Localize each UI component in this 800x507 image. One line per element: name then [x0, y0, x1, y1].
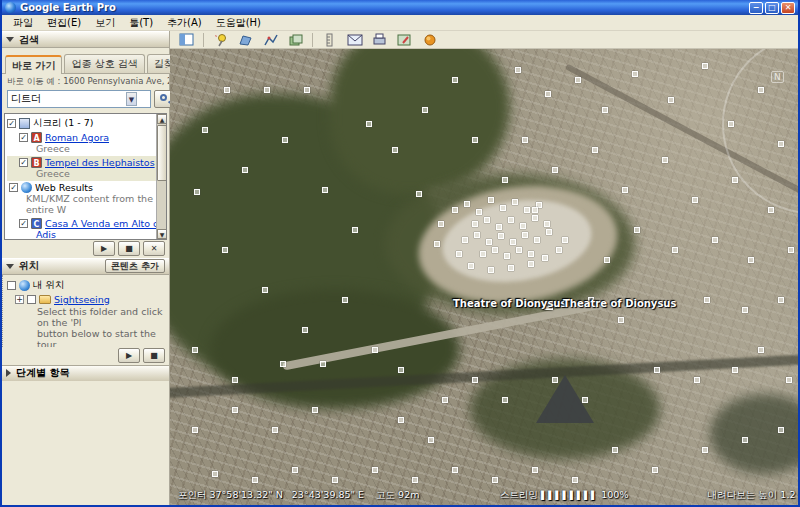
- photo-placemark-icon[interactable]: [398, 417, 404, 423]
- menu-file[interactable]: 파일: [6, 15, 40, 31]
- photo-placemark-icon[interactable]: [508, 217, 514, 223]
- add-path-icon[interactable]: [262, 32, 279, 47]
- photo-placemark-icon[interactable]: [232, 377, 238, 383]
- photo-placemark-icon[interactable]: [194, 189, 200, 195]
- photo-placemark-icon[interactable]: [768, 207, 774, 213]
- photo-placemark-icon[interactable]: [372, 347, 378, 353]
- photo-placemark-icon[interactable]: [416, 191, 422, 197]
- photo-placemark-icon[interactable]: [320, 361, 326, 367]
- photo-placemark-icon[interactable]: [532, 207, 538, 213]
- result-item-c[interactable]: ✓ C Casa A Venda em Alto o (Nom Adis 3 q…: [7, 217, 156, 239]
- scroll-down-icon[interactable]: ▼: [157, 229, 167, 239]
- photo-placemark-icon[interactable]: [222, 247, 228, 253]
- menu-help[interactable]: 도움말(H): [209, 15, 268, 31]
- photo-placemark-icon[interactable]: [438, 221, 444, 227]
- photo-placemark-icon[interactable]: [472, 377, 478, 383]
- photo-placemark-icon[interactable]: [622, 187, 628, 193]
- photo-placemark-icon[interactable]: [510, 239, 516, 245]
- photo-placemark-icon[interactable]: [462, 237, 468, 243]
- photo-placemark-icon[interactable]: [302, 327, 308, 333]
- result-item-b[interactable]: ✓ B Tempel des Hephaistos Greece: [7, 156, 156, 181]
- stop-tour-button[interactable]: ■: [118, 241, 140, 256]
- title-bar[interactable]: Google Earth Pro − □ ✕: [2, 0, 798, 15]
- photo-placemark-icon[interactable]: [472, 221, 478, 227]
- web-results-row[interactable]: ✓ Web Results KML/KMZ content from the e…: [7, 181, 156, 217]
- photo-placemark-icon[interactable]: [508, 265, 514, 271]
- photo-placemark-icon[interactable]: [464, 201, 470, 207]
- photo-placemark-icon[interactable]: [484, 217, 490, 223]
- navigation-compass-ring[interactable]: [722, 49, 798, 214]
- photo-placemark-icon[interactable]: [778, 427, 784, 433]
- photo-placemark-icon[interactable]: [500, 205, 506, 211]
- places-panel-header[interactable]: 위치 콘텐츠 추가: [2, 258, 169, 275]
- photo-placemark-icon[interactable]: [544, 221, 550, 227]
- photo-placemark-icon[interactable]: [778, 297, 784, 303]
- photo-placemark-icon[interactable]: [522, 232, 528, 238]
- photo-placemark-icon[interactable]: [732, 367, 738, 373]
- tab-find-businesses[interactable]: 업종 상호 검색: [64, 54, 144, 73]
- photo-placemark-icon[interactable]: [516, 247, 522, 253]
- result-link[interactable]: Casa A Venda em Alto o (Nom: [45, 218, 156, 229]
- sun-icon[interactable]: [421, 32, 438, 47]
- minimize-button[interactable]: −: [749, 2, 763, 14]
- checkbox-checked[interactable]: ✓: [19, 219, 28, 228]
- photo-placemark-icon[interactable]: [748, 257, 754, 263]
- expand-icon[interactable]: +: [15, 295, 24, 304]
- add-image-overlay-icon[interactable]: [287, 32, 304, 47]
- photo-placemark-icon[interactable]: [758, 347, 764, 353]
- photo-placemark-icon[interactable]: [456, 251, 462, 257]
- checkbox-checked[interactable]: ✓: [19, 133, 28, 142]
- photo-placemark-icon[interactable]: [692, 197, 698, 203]
- photo-placemark-icon[interactable]: [742, 437, 748, 443]
- photo-placemark-icon[interactable]: [732, 177, 738, 183]
- photo-placemark-icon[interactable]: [498, 233, 504, 239]
- photo-placemark-icon[interactable]: [452, 207, 458, 213]
- result-link[interactable]: Tempel des Hephaistos: [45, 157, 155, 168]
- photo-placemark-icon[interactable]: [352, 227, 358, 233]
- close-button[interactable]: ✕: [781, 2, 795, 14]
- photo-placemark-icon[interactable]: [366, 121, 372, 127]
- photo-placemark-icon[interactable]: [468, 263, 474, 269]
- photo-placemark-icon[interactable]: [280, 361, 286, 367]
- photo-placemark-icon[interactable]: [556, 247, 562, 253]
- photo-placemark-icon[interactable]: [618, 317, 624, 323]
- map-label-theatre-2[interactable]: Theatre of Dionysus: [563, 298, 676, 309]
- photo-placemark-icon[interactable]: [502, 177, 508, 183]
- photo-placemark-icon[interactable]: [192, 347, 198, 353]
- photo-placemark-icon[interactable]: [504, 253, 510, 259]
- photo-placemark-icon[interactable]: [392, 147, 398, 153]
- photo-placemark-icon[interactable]: [398, 367, 404, 373]
- email-icon[interactable]: [346, 32, 363, 47]
- photo-placemark-icon[interactable]: [572, 477, 578, 483]
- photo-placemark-icon[interactable]: [562, 237, 568, 243]
- add-content-button[interactable]: 콘텐츠 추가: [105, 259, 165, 273]
- photo-placemark-icon[interactable]: [575, 77, 581, 83]
- add-polygon-icon[interactable]: [237, 32, 254, 47]
- menu-edit[interactable]: 편집(E): [40, 15, 88, 31]
- photo-placemark-icon[interactable]: [332, 477, 338, 483]
- photo-placemark-icon[interactable]: [262, 287, 268, 293]
- photo-placemark-icon[interactable]: [592, 147, 598, 153]
- photo-placemark-icon[interactable]: [492, 477, 498, 483]
- menu-tools[interactable]: 툴(T): [122, 15, 160, 31]
- photo-placemark-icon[interactable]: [322, 187, 328, 193]
- results-scrollbar[interactable]: ▲ ▼: [156, 114, 166, 239]
- checkbox-checked[interactable]: ✓: [9, 183, 18, 192]
- photo-placemark-icon[interactable]: [512, 199, 518, 205]
- photo-placemark-icon[interactable]: [476, 209, 482, 215]
- photo-placemark-icon[interactable]: [264, 87, 270, 93]
- photo-placemark-icon[interactable]: [452, 77, 458, 83]
- photo-placemark-icon[interactable]: [758, 87, 764, 93]
- photo-placemark-icon[interactable]: [632, 71, 638, 77]
- menu-view[interactable]: 보기: [88, 15, 122, 31]
- photo-placemark-icon[interactable]: [412, 477, 418, 483]
- sightseeing-row[interactable]: + Sightseeing: [7, 293, 167, 306]
- photo-placemark-icon[interactable]: [702, 447, 708, 453]
- photo-placemark-icon[interactable]: [702, 63, 708, 69]
- photo-placemark-icon[interactable]: [282, 137, 288, 143]
- photo-placemark-icon[interactable]: [452, 467, 458, 473]
- photo-placemark-icon[interactable]: [474, 232, 480, 238]
- sightseeing-link[interactable]: Sightseeing: [54, 294, 110, 305]
- photo-placemark-icon[interactable]: [652, 467, 658, 473]
- photo-placemark-icon[interactable]: [242, 167, 248, 173]
